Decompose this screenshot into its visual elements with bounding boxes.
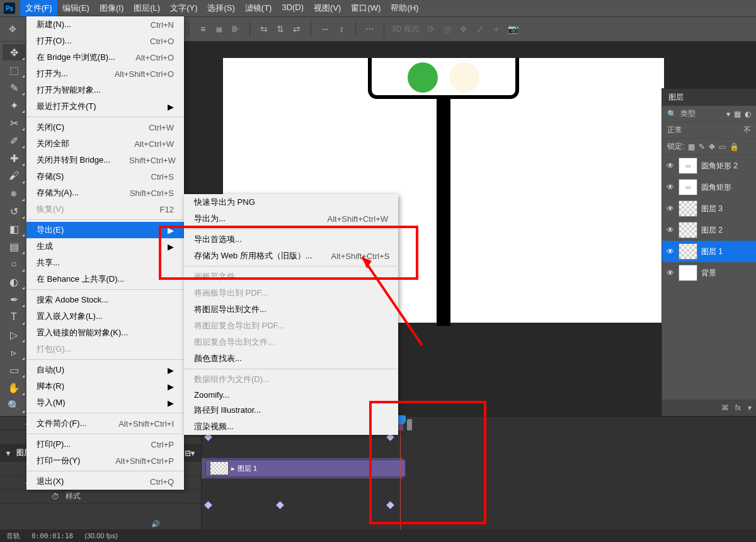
menuitem[interactable]: 打开(O)...Ctrl+O	[26, 33, 184, 49]
layer-row[interactable]: 👁图层 2	[662, 219, 756, 241]
tool-dodge[interactable]: ◐	[3, 274, 25, 290]
tool-history-brush[interactable]: ↺	[3, 203, 25, 219]
distribute-icon[interactable]: ⇆	[258, 23, 270, 35]
distribute-icon[interactable]: ↔	[319, 23, 331, 35]
menu-3D(D)[interactable]: 3D(D)	[277, 0, 309, 16]
layer-row[interactable]: 👁图层 3	[662, 198, 756, 219]
visibility-icon[interactable]: 👁	[666, 268, 675, 277]
menuitem[interactable]: 退出(X)Ctrl+Q	[26, 473, 184, 490]
track-menu-icon[interactable]: ⊟▾	[185, 449, 195, 458]
menuitem[interactable]: 路径到 Illustrator...	[184, 402, 398, 418]
tool-type[interactable]: T	[3, 309, 25, 325]
tool-hand[interactable]: ✋	[3, 379, 25, 396]
menu-图像(I)[interactable]: 图像(I)	[94, 0, 129, 16]
menuitem[interactable]: 搜索 Adobe Stock...	[26, 292, 184, 308]
menuitem[interactable]: 导出首选项...	[184, 231, 398, 248]
menuitem[interactable]: 打开为...Alt+Shift+Ctrl+O	[26, 66, 184, 82]
tool-eraser[interactable]: ◧	[3, 221, 25, 237]
lock-pixels-icon[interactable]: ▦	[688, 142, 695, 151]
lock-brush-icon[interactable]: ✎	[699, 142, 705, 151]
menuitem[interactable]: 存储(S)Ctrl+S	[26, 168, 184, 185]
menuitem[interactable]: 共享...	[26, 255, 184, 271]
menuitem[interactable]: 在 Bridge 中浏览(B)...Alt+Ctrl+O	[26, 49, 184, 66]
distribute-icon[interactable]: ⇅	[274, 23, 287, 35]
tool-magic-wand[interactable]: ✦	[3, 97, 25, 113]
menu-帮助(H)[interactable]: 帮助(H)	[386, 0, 423, 16]
menuitem[interactable]: 存储为(A)...Shift+Ctrl+S	[26, 185, 184, 201]
lock-all-icon[interactable]: 🔒	[730, 142, 739, 151]
menuitem[interactable]: 导入(M)▶	[26, 395, 184, 411]
visibility-icon[interactable]: 👁	[666, 247, 675, 256]
menuitem[interactable]: 打开为智能对象...	[26, 82, 184, 98]
tool-eyedropper[interactable]: ✐	[3, 132, 25, 149]
menuitem[interactable]: 生成▶	[26, 238, 184, 255]
distribute-icon[interactable]: ⇄	[290, 23, 303, 35]
align-icon[interactable]: ≡	[197, 23, 209, 35]
visibility-icon[interactable]: 👁	[666, 161, 675, 170]
menu-图层(L)[interactable]: 图层(L)	[129, 0, 165, 16]
menuitem[interactable]: 渲染视频...	[184, 418, 398, 435]
layers-tab[interactable]: 图层	[662, 88, 756, 106]
visibility-icon[interactable]: 👁	[666, 226, 675, 234]
tool-pen[interactable]: ✒	[3, 291, 25, 308]
menuitem[interactable]: 颜色查找表...	[184, 350, 398, 367]
layer-row[interactable]: 👁背景	[662, 262, 756, 284]
menu-窗口(W)[interactable]: 窗口(W)	[346, 0, 386, 16]
filter-adjust-icon[interactable]: ◐	[745, 110, 751, 118]
menuitem[interactable]: 将图层导出到文件...	[184, 301, 398, 318]
menuitem[interactable]: 关闭全部Alt+Ctrl+W	[26, 136, 184, 152]
menuitem[interactable]: 打印(P)...Ctrl+P	[26, 436, 184, 453]
tool-zoom[interactable]: 🔍	[3, 397, 25, 413]
timeline-track-area[interactable]: ▸图层 1	[202, 417, 756, 542]
audio-track-label[interactable]: 音轨	[6, 531, 20, 541]
menuitem[interactable]: 打印一份(Y)Alt+Shift+Ctrl+P	[26, 453, 184, 469]
menuitem[interactable]: 关闭并转到 Bridge...Shift+Ctrl+W	[26, 152, 184, 168]
menu-滤镜(T)[interactable]: 滤镜(T)	[240, 0, 277, 16]
work-area-end[interactable]	[407, 419, 412, 430]
collapse-icon[interactable]: ▾	[6, 449, 10, 458]
menuitem[interactable]: 快速导出为 PNG	[184, 194, 398, 210]
tool-stamp[interactable]: ⎈	[3, 185, 25, 202]
tool-blur[interactable]: ○	[3, 256, 25, 272]
align-icon[interactable]: ⊪	[229, 23, 242, 35]
overflow-icon[interactable]: ⋯	[364, 23, 376, 35]
menuitem[interactable]: 新建(N)...Ctrl+N	[26, 16, 184, 33]
layer-row[interactable]: 👁▭圆角矩形 2	[662, 155, 756, 176]
style-track-label[interactable]: 样式	[66, 491, 81, 502]
keyframe[interactable]	[204, 501, 212, 509]
timeline-clip[interactable]: ▸图层 1	[205, 459, 406, 477]
kind-filter-label[interactable]: 🔍	[667, 110, 677, 118]
filter-pixel-icon[interactable]: ▦	[734, 110, 741, 118]
layer-row[interactable]: 👁图层 1	[662, 241, 756, 262]
menuitem[interactable]: 自动(U)▶	[26, 362, 184, 378]
playhead[interactable]	[400, 417, 401, 542]
kind-filter-value[interactable]: 类型	[680, 108, 696, 119]
tool-path-select[interactable]: ▷	[3, 326, 25, 343]
keyframe[interactable]	[276, 501, 284, 509]
menuitem[interactable]: 存储为 Web 所用格式（旧版）...Alt+Shift+Ctrl+S	[184, 248, 398, 264]
menu-选择(S)[interactable]: 选择(S)	[202, 0, 239, 16]
distribute-icon[interactable]: ↕	[335, 23, 348, 35]
mute-icon[interactable]: 🔊	[151, 520, 160, 528]
menu-编辑(E)[interactable]: 编辑(E)	[57, 0, 94, 16]
menuitem[interactable]: 最近打开文件(T)▶	[26, 98, 184, 115]
menuitem[interactable]: Zoomify...	[184, 388, 398, 402]
align-icon[interactable]: ≣	[213, 23, 226, 35]
tool-crop[interactable]: ✂	[3, 115, 25, 131]
link-icon[interactable]: ⌘	[721, 403, 729, 412]
menuitem[interactable]: 导出为...Alt+Shift+Ctrl+W	[184, 210, 398, 227]
menuitem[interactable]: 文件简介(F)...Alt+Shift+Ctrl+I	[26, 415, 184, 432]
menuitem[interactable]: 置入链接的智能对象(K)...	[26, 325, 184, 341]
fx-icon[interactable]: fx	[735, 403, 741, 412]
tool-gradient[interactable]: ▤	[3, 238, 25, 255]
layer-row[interactable]: 👁▭圆角矩形	[662, 176, 756, 198]
visibility-icon[interactable]: 👁	[666, 183, 675, 192]
lock-artboard-icon[interactable]: ▭	[719, 142, 726, 151]
tool-direct-select[interactable]: ▹	[3, 344, 25, 360]
menu-视图(V)[interactable]: 视图(V)	[309, 0, 346, 16]
tool-brush[interactable]: 🖌	[3, 168, 25, 184]
lock-move-icon[interactable]: ✥	[709, 142, 715, 151]
menuitem[interactable]: 置入嵌入对象(L)...	[26, 308, 184, 325]
menuitem[interactable]: 脚本(R)▶	[26, 378, 184, 395]
menuitem[interactable]: 关闭(C)Ctrl+W	[26, 119, 184, 136]
